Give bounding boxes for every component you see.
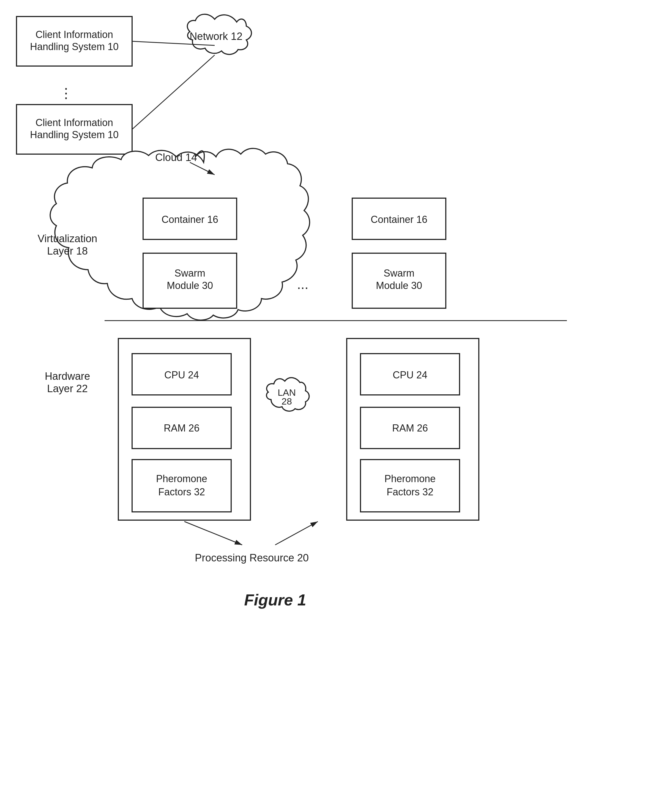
svg-text:CPU 24: CPU 24 — [164, 369, 199, 381]
svg-text:Client Information: Client Information — [35, 117, 113, 128]
svg-text:Pheromone: Pheromone — [384, 473, 435, 484]
diagram-svg: ⋮ Network 12 Cloud 14 Virtualizatio — [0, 0, 672, 800]
svg-text:Figure 1: Figure 1 — [244, 591, 306, 609]
svg-text:Network 12: Network 12 — [190, 30, 242, 42]
svg-text:Module 30: Module 30 — [167, 280, 213, 291]
svg-text:Swarm: Swarm — [384, 267, 414, 279]
svg-text:Layer 22: Layer 22 — [47, 383, 88, 394]
svg-line-5 — [132, 55, 214, 130]
svg-text:⋮: ⋮ — [59, 85, 73, 101]
svg-text:Client Information: Client Information — [35, 29, 113, 40]
svg-text:CPU 24: CPU 24 — [393, 369, 427, 381]
svg-text:Factors 32: Factors 32 — [158, 486, 205, 498]
svg-text:RAM 26: RAM 26 — [392, 422, 428, 434]
svg-text:Handling System 10: Handling System 10 — [30, 41, 118, 52]
svg-text:Module 30: Module 30 — [376, 280, 422, 291]
svg-text:Virtualization: Virtualization — [38, 233, 98, 244]
svg-text:Cloud 14: Cloud 14 — [155, 152, 197, 163]
svg-text:RAM 26: RAM 26 — [164, 422, 200, 434]
svg-rect-21 — [132, 459, 231, 512]
svg-rect-27 — [360, 459, 459, 512]
svg-text:Processing Resource 20: Processing Resource 20 — [195, 552, 309, 563]
diagram-container: ⋮ Network 12 Cloud 14 Virtualizatio — [0, 0, 672, 800]
svg-text:...: ... — [297, 277, 309, 292]
svg-line-29 — [275, 522, 318, 545]
svg-line-28 — [184, 522, 242, 545]
svg-text:Factors 32: Factors 32 — [387, 486, 434, 498]
svg-text:Container 16: Container 16 — [162, 214, 218, 225]
svg-text:Pheromone: Pheromone — [156, 473, 207, 484]
svg-text:Handling System 10: Handling System 10 — [30, 129, 118, 140]
svg-text:28: 28 — [282, 396, 292, 406]
svg-text:Hardware: Hardware — [45, 370, 90, 382]
svg-text:Container 16: Container 16 — [371, 214, 427, 225]
svg-text:Swarm: Swarm — [174, 267, 205, 279]
svg-text:Layer 18: Layer 18 — [47, 245, 88, 257]
